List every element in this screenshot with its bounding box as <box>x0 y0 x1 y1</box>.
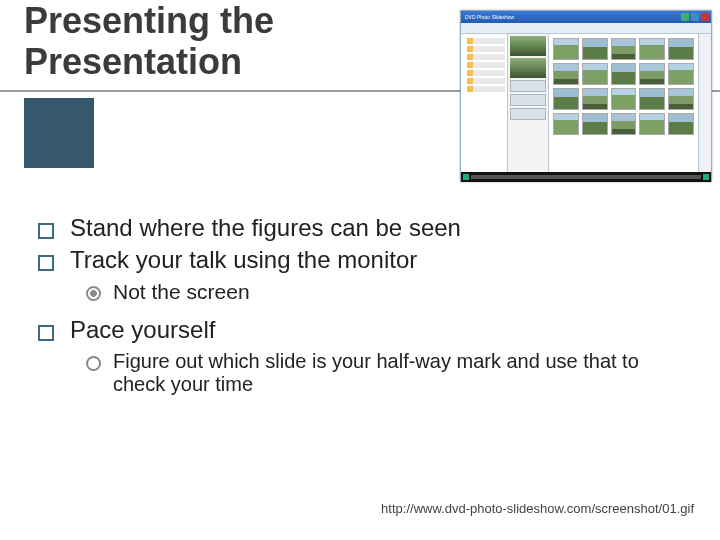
thumbnail-grid <box>549 34 698 172</box>
bullet-item: Track your talk using the monitor <box>38 246 690 274</box>
status-bar <box>471 175 701 179</box>
status-chip <box>703 174 709 180</box>
bullet-text: Stand where the figures can be seen <box>70 214 461 242</box>
preview-thumb <box>510 36 546 56</box>
folder-tree <box>461 34 508 172</box>
status-chip <box>463 174 469 180</box>
folder-icon <box>467 46 505 52</box>
sub-bullet-item: Figure out which slide is your half-way … <box>86 350 690 396</box>
bullet-item: Stand where the figures can be seen <box>38 214 690 242</box>
photo-thumb <box>668 63 694 85</box>
preview-tool <box>510 80 546 92</box>
window-body <box>461 34 711 172</box>
bullet-list: Stand where the figures can be seen Trac… <box>28 210 690 402</box>
folder-icon <box>467 78 505 84</box>
preview-tool <box>510 94 546 106</box>
photo-thumb <box>553 113 579 135</box>
right-panel <box>698 34 711 172</box>
photo-thumb <box>553 38 579 60</box>
photo-thumb <box>582 63 608 85</box>
square-bullet-icon <box>38 223 54 239</box>
slide-title: Presenting the Presentation <box>24 0 444 83</box>
photo-thumb <box>668 88 694 110</box>
bullet-text: Not the screen <box>113 280 250 304</box>
photo-thumb <box>553 88 579 110</box>
bullet-text: Track your talk using the monitor <box>70 246 417 274</box>
bottom-bar <box>461 172 711 182</box>
target-bullet-icon <box>86 286 101 301</box>
photo-thumb <box>639 38 665 60</box>
bullet-text: Pace yourself <box>70 316 215 344</box>
slide: Presenting the Presentation DVD Photo Sl… <box>0 0 720 540</box>
bullet-item: Pace yourself <box>38 316 690 344</box>
photo-thumb <box>639 63 665 85</box>
photo-thumb <box>639 113 665 135</box>
folder-icon <box>467 54 505 60</box>
folder-icon <box>467 86 505 92</box>
photo-thumb <box>668 38 694 60</box>
window-titlebar: DVD Photo Slideshow <box>461 11 711 23</box>
sub-bullet-item: Not the screen <box>86 280 690 304</box>
photo-thumb <box>611 63 637 85</box>
square-bullet-icon <box>38 255 54 271</box>
preview-pane <box>508 34 549 172</box>
photo-thumb <box>582 113 608 135</box>
accent-bar <box>24 98 94 168</box>
photo-thumb <box>582 38 608 60</box>
folder-icon <box>467 62 505 68</box>
photo-thumb <box>611 38 637 60</box>
photo-thumb <box>611 113 637 135</box>
photo-thumb <box>582 88 608 110</box>
photo-thumb <box>611 88 637 110</box>
preview-tool <box>510 108 546 120</box>
minimize-icon <box>681 13 689 21</box>
folder-icon <box>467 70 505 76</box>
close-icon <box>701 13 709 21</box>
embedded-screenshot: DVD Photo Slideshow <box>460 10 712 182</box>
photo-thumb <box>668 113 694 135</box>
circle-bullet-icon <box>86 356 101 371</box>
photo-thumb <box>553 63 579 85</box>
square-bullet-icon <box>38 325 54 341</box>
preview-thumb <box>510 58 546 78</box>
window-toolbar <box>461 23 711 34</box>
folder-icon <box>467 38 505 44</box>
bullet-text: Figure out which slide is your half-way … <box>113 350 690 396</box>
image-citation: http://www.dvd-photo-slideshow.com/scree… <box>381 501 694 516</box>
photo-thumb <box>639 88 665 110</box>
window-title: DVD Photo Slideshow <box>463 14 679 20</box>
maximize-icon <box>691 13 699 21</box>
